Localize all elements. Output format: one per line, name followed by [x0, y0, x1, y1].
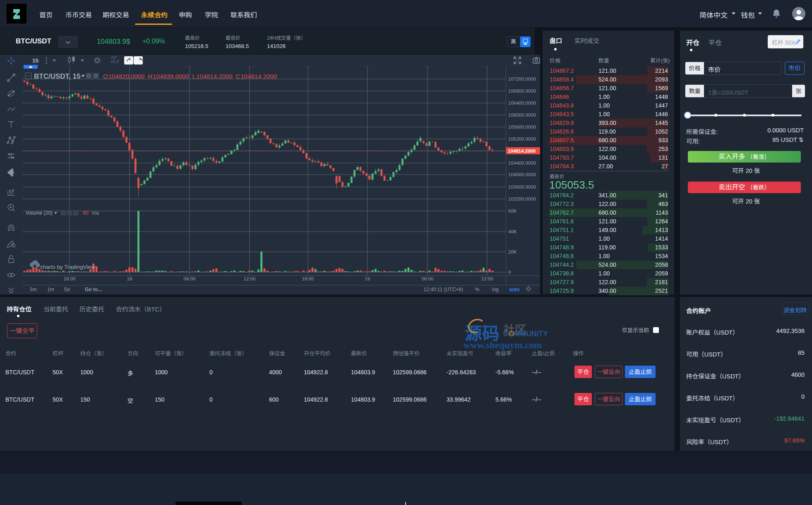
svg-text:BTC/USDT, 15: BTC/USDT, 15: [34, 72, 80, 80]
svg-text:n/a: n/a: [92, 210, 99, 216]
svg-text:105200.0000: 105200.0000: [508, 136, 536, 141]
svg-text:106000.0000: 106000.0000: [508, 112, 536, 117]
svg-text:103600.0000: 103600.0000: [508, 184, 536, 189]
svg-text:3m: 3m: [30, 287, 37, 292]
svg-text:60K: 60K: [508, 208, 517, 213]
svg-text:106400.0000: 106400.0000: [508, 101, 536, 105]
svg-text:103200.0000: 103200.0000: [508, 196, 536, 201]
svg-text:18:00: 18:00: [64, 276, 76, 281]
svg-text:06:00: 06:00: [184, 276, 196, 281]
svg-text:12:00: 12:00: [481, 276, 493, 281]
svg-text:15: 15: [32, 57, 39, 64]
svg-text:Volume (20): Volume (20): [26, 210, 53, 216]
svg-text:90: 90: [83, 210, 89, 216]
svg-text:5d: 5d: [64, 287, 70, 292]
svg-text:auto: auto: [509, 287, 519, 292]
svg-text:18: 18: [127, 276, 132, 281]
svg-text:charts by TradingView: charts by TradingView: [40, 264, 95, 270]
svg-text:18:00: 18:00: [302, 276, 314, 281]
svg-text:104400.0000: 104400.0000: [508, 160, 536, 165]
svg-text:1m: 1m: [47, 287, 54, 292]
svg-text:log: log: [492, 287, 499, 292]
svg-text:19: 19: [365, 276, 370, 281]
svg-text:O104820.0000H104839.0000L10481: O104820.0000H104839.0000L104814.2000C104…: [103, 73, 277, 80]
svg-text:20K: 20K: [508, 249, 517, 254]
svg-text:107200.0000: 107200.0000: [508, 77, 536, 81]
svg-text:%: %: [475, 287, 480, 292]
svg-text:104000.0000: 104000.0000: [508, 172, 536, 177]
svg-text:0: 0: [508, 270, 511, 275]
svg-text:06:00: 06:00: [422, 276, 434, 281]
svg-text:40K: 40K: [508, 229, 517, 234]
svg-text:12:00: 12:00: [244, 276, 256, 281]
svg-text:Go to...: Go to...: [85, 287, 102, 292]
svg-text:106800.0000: 106800.0000: [508, 89, 536, 93]
svg-text:105600.0000: 105600.0000: [508, 124, 536, 129]
svg-text:104814.2000: 104814.2000: [508, 148, 536, 153]
svg-text:12:40:11 (UTC+8): 12:40:11 (UTC+8): [424, 287, 464, 292]
